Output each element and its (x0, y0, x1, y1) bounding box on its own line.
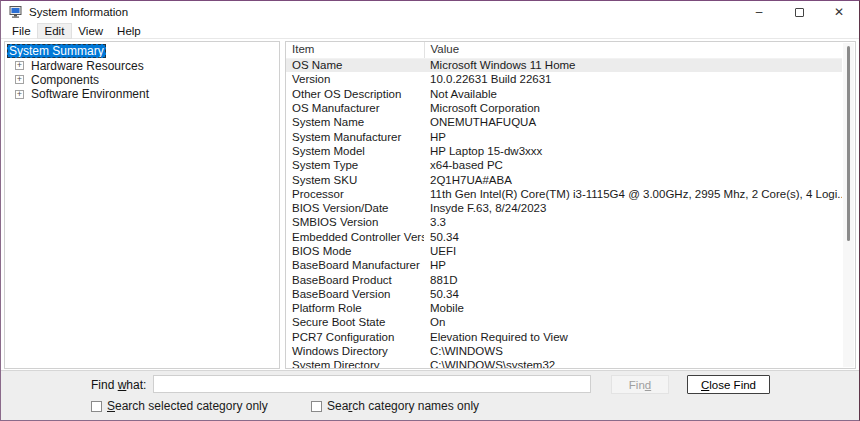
value-cell: C:\WINDOWS\system32 (424, 358, 842, 369)
item-cell: Secure Boot State (286, 315, 424, 329)
vertical-scrollbar[interactable] (843, 43, 854, 367)
tree-item-label: Software Environment (29, 87, 151, 101)
search-selected-category-checkbox[interactable] (91, 401, 102, 412)
table-row[interactable]: BIOS Version/Date Insyde F.63, 8/24/2023 (286, 201, 842, 215)
item-cell: BaseBoard Product (286, 272, 424, 286)
item-cell: SMBIOS Version (286, 215, 424, 229)
minimize-icon: – (756, 5, 763, 19)
table-row[interactable]: OS Name Microsoft Windows 11 Home (286, 58, 842, 72)
category-tree: System Summary + Hardware Resources + Co… (4, 41, 280, 369)
item-cell: System SKU (286, 172, 424, 186)
expand-icon[interactable]: + (15, 90, 24, 99)
search-category-names-option: Search category names only (311, 399, 479, 413)
app-icon (9, 6, 23, 18)
close-find-button-label: Close Find (701, 379, 756, 391)
value-cell: Microsoft Windows 11 Home (424, 58, 842, 72)
search-category-names-checkbox[interactable] (311, 401, 322, 412)
table-row[interactable]: System Name ONEMUTHAFUQUA (286, 115, 842, 129)
table-row[interactable]: SMBIOS Version 3.3 (286, 215, 842, 229)
minimize-button[interactable]: – (739, 1, 779, 23)
column-header-value[interactable]: Value (424, 42, 842, 58)
value-cell: 50.34 (424, 230, 842, 244)
item-cell: System Model (286, 144, 424, 158)
table-row[interactable]: BaseBoard Version 50.34 (286, 287, 842, 301)
detail-panel: Item Value OS Name Microsoft Windows 11 … (285, 41, 856, 369)
titlebar: System Information – ✕ (1, 1, 859, 23)
table-row[interactable]: Embedded Controller Version 50.34 (286, 230, 842, 244)
table-header-row: Item Value (286, 42, 842, 58)
expand-icon[interactable]: + (15, 75, 24, 84)
table-row[interactable]: Platform Role Mobile (286, 301, 842, 315)
menu-help[interactable]: Help (110, 24, 148, 38)
item-cell: OS Manufacturer (286, 101, 424, 115)
table-row[interactable]: Version 10.0.22631 Build 22631 (286, 72, 842, 86)
item-cell: BaseBoard Version (286, 287, 424, 301)
table-row[interactable]: System Directory C:\WINDOWS\system32 (286, 358, 842, 369)
info-table: Item Value OS Name Microsoft Windows 11 … (286, 42, 842, 369)
item-cell: Version (286, 72, 424, 86)
tree-item-components[interactable]: + Components (7, 73, 279, 87)
item-cell: BIOS Version/Date (286, 201, 424, 215)
tree-item-software-environment[interactable]: + Software Environment (7, 87, 279, 101)
item-cell: Processor (286, 187, 424, 201)
value-cell: 11th Gen Intel(R) Core(TM) i3-1115G4 @ 3… (424, 187, 842, 201)
find-button[interactable]: Find (611, 375, 669, 394)
value-cell: ONEMUTHAFUQUA (424, 115, 842, 129)
value-cell: Elevation Required to View (424, 330, 842, 344)
maximize-button[interactable] (779, 1, 819, 23)
close-find-button[interactable]: Close Find (687, 375, 770, 394)
value-cell: HP Laptop 15-dw3xxx (424, 144, 842, 158)
tree-item-system-summary[interactable]: System Summary (7, 44, 279, 58)
table-row[interactable]: PCR7 Configuration Elevation Required to… (286, 330, 842, 344)
search-category-names-label: Search category names only (327, 399, 479, 413)
table-row[interactable]: BaseBoard Manufacturer HP (286, 258, 842, 272)
table-row[interactable]: System Model HP Laptop 15-dw3xxx (286, 144, 842, 158)
item-cell: PCR7 Configuration (286, 330, 424, 344)
value-cell: 881D (424, 272, 842, 286)
system-information-window: System Information – ✕ File Edit View He… (0, 0, 860, 421)
find-button-label: Find (629, 379, 651, 391)
menu-edit[interactable]: Edit (38, 24, 72, 38)
value-cell: 3.3 (424, 215, 842, 229)
table-row[interactable]: BaseBoard Product 881D (286, 272, 842, 286)
item-cell: Windows Directory (286, 344, 424, 358)
value-cell: 10.0.22631 Build 22631 (424, 72, 842, 86)
menu-file[interactable]: File (5, 24, 38, 38)
value-cell: C:\WINDOWS (424, 344, 842, 358)
find-bar: Find what: Find Close Find Search select… (1, 370, 859, 420)
table-row[interactable]: Processor 11th Gen Intel(R) Core(TM) i3-… (286, 187, 842, 201)
expand-icon[interactable]: + (15, 61, 24, 70)
value-cell: Microsoft Corporation (424, 101, 842, 115)
item-cell: System Name (286, 115, 424, 129)
tree-item-label: Components (29, 73, 101, 87)
value-cell: Mobile (424, 301, 842, 315)
table-row[interactable]: System Manufacturer HP (286, 129, 842, 143)
table-row[interactable]: System SKU 2Q1H7UA#ABA (286, 172, 842, 186)
table-row[interactable]: BIOS Mode UEFI (286, 244, 842, 258)
value-cell: HP (424, 129, 842, 143)
search-selected-category-label: Search selected category only (107, 399, 268, 413)
menu-bar: File Edit View Help (1, 23, 859, 39)
search-selected-category-option: Search selected category only (91, 399, 268, 413)
find-input[interactable] (153, 375, 591, 393)
maximize-icon (795, 8, 804, 17)
table-row[interactable]: Secure Boot State On (286, 315, 842, 329)
table-row[interactable]: System Type x64-based PC (286, 158, 842, 172)
main-content: System Summary + Hardware Resources + Co… (1, 39, 859, 370)
tree-item-hardware-resources[interactable]: + Hardware Resources (7, 58, 279, 72)
item-cell: System Type (286, 158, 424, 172)
value-cell: On (424, 315, 842, 329)
item-cell: BIOS Mode (286, 244, 424, 258)
value-cell: 2Q1H7UA#ABA (424, 172, 842, 186)
table-row[interactable]: Windows Directory C:\WINDOWS (286, 344, 842, 358)
info-table-body: OS Name Microsoft Windows 11 Home Versio… (286, 58, 842, 369)
value-cell: x64-based PC (424, 158, 842, 172)
item-cell: OS Name (286, 58, 424, 72)
column-header-item[interactable]: Item (286, 42, 424, 58)
close-icon: ✕ (834, 5, 844, 19)
scrollbar-thumb[interactable] (847, 46, 850, 241)
menu-view[interactable]: View (71, 24, 110, 38)
close-button[interactable]: ✕ (819, 1, 859, 23)
table-row[interactable]: Other OS Description Not Available (286, 87, 842, 101)
table-row[interactable]: OS Manufacturer Microsoft Corporation (286, 101, 842, 115)
